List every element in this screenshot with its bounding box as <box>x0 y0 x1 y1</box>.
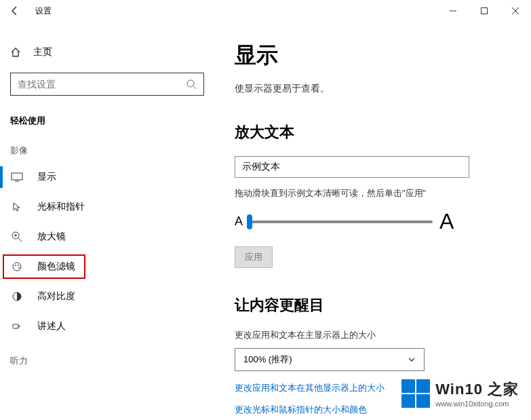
window-title: 设置 <box>35 5 52 17</box>
arrow-left-icon <box>9 5 20 16</box>
home-nav[interactable]: 主页 <box>0 39 217 66</box>
category-header: 轻松使用 <box>0 102 217 131</box>
large-a-icon: A <box>439 209 454 234</box>
nav-color-filter[interactable]: 颜色滤镜 <box>0 252 88 282</box>
group-video: 影像 <box>0 131 217 162</box>
section-make-bigger: 让内容更醒目 <box>235 295 504 316</box>
cursor-icon <box>12 202 22 212</box>
apply-button[interactable]: 应用 <box>235 246 273 268</box>
minimize-icon <box>450 7 456 14</box>
text-size-slider[interactable] <box>250 221 433 223</box>
nav-label: 颜色滤镜 <box>37 261 75 273</box>
watermark-url: www.win10xitong.com <box>435 400 509 408</box>
search-icon <box>186 79 197 90</box>
page-desc: 使显示器更易于查看。 <box>235 83 504 95</box>
window-controls <box>437 0 531 22</box>
small-a-icon: A <box>235 214 243 229</box>
nav-high-contrast[interactable]: 高对比度 <box>0 282 217 311</box>
nav-label: 放大镜 <box>37 231 66 243</box>
close-icon <box>512 7 519 14</box>
monitor-icon <box>11 172 23 182</box>
sample-text: 示例文本 <box>242 161 280 173</box>
svg-point-4 <box>187 80 194 87</box>
svg-line-5 <box>193 86 196 89</box>
svg-point-14 <box>18 265 19 266</box>
svg-rect-17 <box>13 324 18 328</box>
nav-label: 讲述人 <box>37 320 66 332</box>
search-box[interactable] <box>10 73 204 96</box>
page-title: 显示 <box>235 41 504 71</box>
sample-text-box: 示例文本 <box>235 156 469 178</box>
nav-label: 显示 <box>37 171 56 183</box>
scale-label: 更改应用和文本在主显示器上的大小 <box>235 329 504 341</box>
group-audio: 听力 <box>0 341 217 373</box>
svg-line-9 <box>18 238 22 242</box>
narrator-icon <box>12 321 22 332</box>
main-content: 显示 使显示器更易于查看。 放大文本 示例文本 拖动滑块直到示例文本清晰可读，然… <box>217 22 531 420</box>
close-button[interactable] <box>500 0 531 22</box>
nav-narrator[interactable]: 讲述人 <box>0 311 217 341</box>
minimize-button[interactable] <box>437 0 469 22</box>
sidebar: 主页 轻松使用 影像 显示 光标和指针 放大镜 颜色滤镜 高对比度 <box>0 22 217 420</box>
home-label: 主页 <box>33 46 52 58</box>
contrast-icon <box>12 291 22 302</box>
home-icon <box>10 47 21 58</box>
back-button[interactable] <box>1 0 28 22</box>
nav-cursor[interactable]: 光标和指针 <box>0 192 217 222</box>
palette-icon <box>12 261 22 272</box>
nav-display[interactable]: 显示 <box>0 162 217 192</box>
text-size-slider-row: A A <box>235 209 504 234</box>
svg-point-15 <box>18 267 20 269</box>
slider-thumb[interactable] <box>247 214 252 229</box>
nav-label: 高对比度 <box>37 290 75 303</box>
scale-value: 100% (推荐) <box>243 354 292 366</box>
slider-hint: 拖动滑块直到示例文本清晰可读，然后单击"应用" <box>235 187 504 199</box>
svg-rect-6 <box>12 173 22 180</box>
maximize-button[interactable] <box>469 0 500 22</box>
svg-point-13 <box>15 265 16 266</box>
titlebar: 设置 <box>0 0 531 22</box>
windows-logo-icon <box>401 379 430 408</box>
maximize-icon <box>481 7 488 14</box>
magnifier-icon <box>12 231 22 242</box>
search-input[interactable] <box>18 79 186 90</box>
watermark: Win10 之家 www.win10xitong.com <box>401 379 519 408</box>
chevron-down-icon <box>408 356 416 364</box>
nav-magnifier[interactable]: 放大镜 <box>0 222 217 252</box>
svg-rect-1 <box>481 8 488 14</box>
scale-dropdown[interactable]: 100% (推荐) <box>235 348 425 371</box>
nav-label: 光标和指针 <box>37 201 85 213</box>
section-enlarge-text: 放大文本 <box>235 122 504 142</box>
watermark-title: Win10 之家 <box>435 379 519 400</box>
svg-point-12 <box>13 263 21 271</box>
